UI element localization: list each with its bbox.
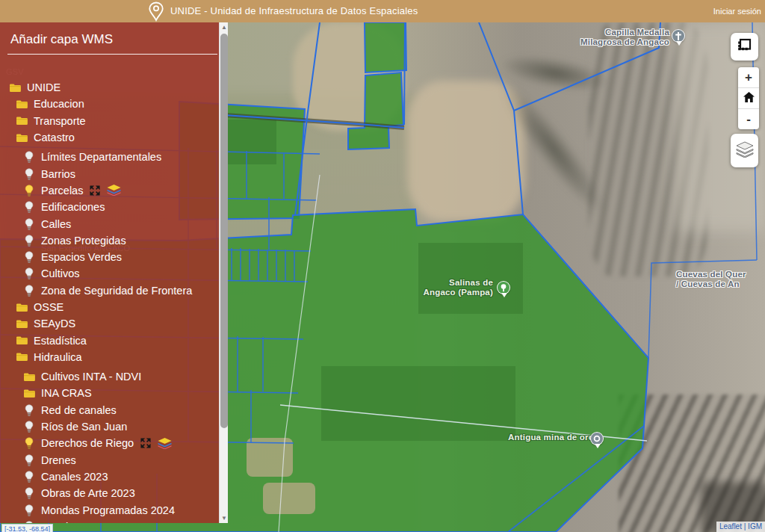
layer-item-rios-de-san-juan[interactable]: Ríos de San Juan (0, 418, 217, 435)
bulb-on-icon[interactable] (22, 437, 36, 449)
zoom-out-button[interactable]: - (738, 109, 759, 129)
zoom-control: + - (738, 67, 759, 129)
bulb-icon[interactable] (22, 454, 36, 466)
irrigation-polygon (348, 72, 403, 149)
layer-item-label: Transporte (34, 115, 86, 127)
layer-item-label: Estadística (34, 335, 87, 347)
folder-icon (15, 133, 28, 143)
layer-item-mondas-programadas-2024[interactable]: Mondas Programadas 2024 (0, 501, 217, 518)
church-icon (672, 29, 685, 43)
layer-item-label: Parcelas (41, 185, 83, 197)
layer-item-zona-de-seguridad-de-frontera[interactable]: Zona de Seguridad de Frontera (0, 282, 217, 299)
bulb-icon[interactable] (22, 251, 36, 263)
layer-item-obras-de-arte-2023[interactable]: Obras de Arte 2023 (0, 485, 217, 501)
layer-item-mondas-avance-2024[interactable]: Mondas Avance 2024 (0, 519, 217, 523)
layer-item-hidraulica[interactable]: Hidraulica (0, 349, 217, 365)
layer-item-label: Drenes (41, 454, 76, 466)
map-attribution[interactable]: Leaflet | IGM (716, 522, 765, 532)
layer-item-limites-departamentales[interactable]: Límites Departamentales (0, 149, 217, 165)
layers-icon (736, 141, 754, 161)
folder-icon (15, 303, 28, 312)
layers-badge-icon[interactable] (158, 438, 172, 449)
home-icon (743, 91, 755, 106)
layer-item-edificaciones[interactable]: Edificaciones (0, 199, 217, 215)
map-label-capilla: Capilla Medalla Milagrosa de Angaco (515, 28, 669, 47)
bulb-icon[interactable] (22, 151, 36, 163)
layer-item-label: Edificaciones (41, 201, 105, 213)
layer-item-ina-cras[interactable]: INA CRAS (0, 385, 217, 401)
bulb-icon[interactable] (22, 404, 36, 416)
folder-icon (15, 116, 28, 126)
layer-item-label: Zona de Seguridad de Frontera (41, 285, 192, 297)
layer-item-barrios[interactable]: Barrios (0, 165, 217, 182)
layer-item-red-de-canales[interactable]: Red de canales (0, 402, 217, 418)
layers-button[interactable] (731, 134, 758, 167)
layer-item-cultivos-inta-ndvi[interactable]: Cultivos INTA - NDVI (0, 368, 217, 385)
layer-item-label: Obras de Arte 2023 (41, 487, 135, 499)
map-label-mina: Antigua mina de oro (508, 433, 594, 442)
layer-item-espacios-verdes[interactable]: Espacios Verdes (0, 249, 217, 265)
layer-item-unide[interactable]: UNIDE (0, 79, 217, 96)
layer-item-drenes[interactable]: Drenes (0, 452, 217, 468)
expand-icon[interactable] (140, 438, 151, 448)
layer-item-label: Calles (41, 218, 71, 230)
layer-item-label: OSSE (34, 301, 64, 313)
layer-item-label: Cultivos (41, 267, 80, 279)
bulb-icon[interactable] (22, 504, 36, 516)
layer-item-label: Ríos de San Juan (41, 421, 127, 433)
measure-icon (737, 37, 752, 56)
scrollbar-thumb[interactable] (220, 34, 228, 428)
layer-item-label: Barrios (41, 168, 75, 180)
layer-item-label: Cultivos INTA - NDVI (41, 371, 141, 383)
scroll-up-arrow-icon[interactable]: ▲ (220, 22, 228, 32)
bulb-icon[interactable] (22, 471, 36, 483)
expand-icon[interactable] (90, 185, 100, 196)
layers-badge-icon[interactable] (107, 185, 121, 196)
zoom-in-button[interactable]: + (738, 67, 759, 87)
layer-item-seayds[interactable]: SEAyDS (0, 315, 217, 332)
app-title: UNIDE - Unidad de Infraestructura de Dat… (170, 0, 418, 22)
bulb-icon[interactable] (22, 521, 36, 523)
home-button[interactable] (738, 88, 759, 108)
layer-item-parcelas[interactable]: Parcelas (0, 182, 217, 199)
app-header: UNIDE - Unidad de Infraestructura de Dat… (0, 0, 765, 22)
layer-item-osse[interactable]: OSSE (0, 299, 217, 315)
layer-item-canales-2023[interactable]: Canales 2023 (0, 468, 217, 485)
bulb-icon[interactable] (22, 168, 36, 180)
bulb-icon[interactable] (22, 421, 36, 433)
panel-title: Añadir capa WMS (10, 32, 228, 47)
bulb-icon[interactable] (22, 235, 36, 247)
measure-button[interactable] (731, 33, 758, 61)
divider (7, 54, 217, 55)
panel-scrollbar[interactable]: ▲ ▼ (219, 22, 228, 523)
folder-icon (15, 99, 28, 109)
layer-item-label: Límites Departamentales (41, 151, 161, 163)
layer-item-label: Educacion (34, 98, 84, 110)
layer-item-cultivos[interactable]: Cultivos (0, 265, 217, 282)
scroll-down-arrow-icon[interactable]: ▼ (220, 513, 228, 523)
coordinates-readout: [-31.53, -68.54] (1, 524, 53, 532)
app-window: GSV San Expedito ANGACO Capilla Medalla … (0, 0, 765, 532)
layer-item-label: Zonas Protegidas (41, 235, 126, 247)
layer-item-label: INA CRAS (41, 387, 92, 399)
bulb-icon[interactable] (22, 218, 36, 230)
folder-icon (22, 389, 36, 398)
layer-item-catastro[interactable]: Catastro (0, 129, 217, 146)
bulb-icon[interactable] (22, 201, 36, 213)
layer-item-estadistica[interactable]: Estadística (0, 332, 217, 348)
layer-item-derechos-de-riego[interactable]: Derechos de Riego (0, 435, 217, 451)
bulb-icon[interactable] (22, 487, 36, 499)
layer-item-transporte[interactable]: Transporte (0, 113, 217, 129)
bulb-on-icon[interactable] (22, 185, 36, 197)
layer-item-calles[interactable]: Calles (0, 215, 217, 232)
layer-item-zonas-protegidas[interactable]: Zonas Protegidas (0, 232, 217, 249)
layer-item-label: Red de canales (41, 404, 117, 416)
bulb-icon[interactable] (22, 267, 36, 279)
bulb-icon[interactable] (22, 285, 36, 297)
map-label-cuevas: Cuevas del Quer / Cuevas de An (676, 270, 765, 289)
login-link[interactable]: Iniciar sesión (713, 0, 761, 22)
layer-item-educacion[interactable]: Educacion (0, 96, 217, 112)
historic-icon (590, 432, 604, 445)
layer-tree: UNIDEEducacionTransporteCatastroLímites … (0, 79, 217, 523)
layer-item-label: Derechos de Riego (41, 437, 134, 449)
